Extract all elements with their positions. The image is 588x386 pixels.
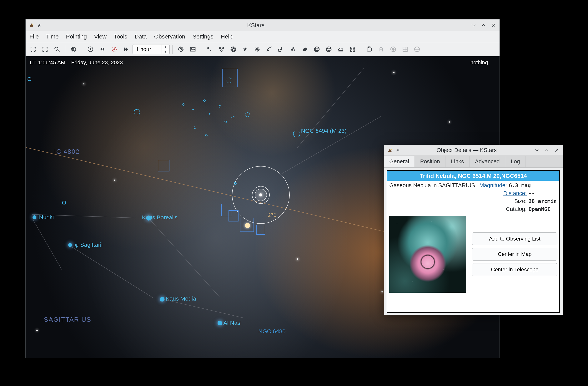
menu-settings[interactable]: Settings xyxy=(192,33,213,40)
center-in-telescope-button[interactable]: Center in Telescope xyxy=(472,263,557,276)
planets-toggle-icon[interactable] xyxy=(228,44,239,55)
equator-toggle-icon[interactable] xyxy=(323,44,334,55)
magnitude-label[interactable]: Magnitude: xyxy=(479,182,507,189)
label-ngc6480: NGC 6480 xyxy=(258,328,286,335)
maximize-icon[interactable] xyxy=(480,22,487,28)
object-type: Gaseous Nebula in SAGITTARIUS xyxy=(389,182,475,189)
minimize-icon[interactable] xyxy=(470,22,477,28)
menu-tools[interactable]: Tools xyxy=(114,33,127,40)
menu-observation[interactable]: Observation xyxy=(154,33,185,40)
toolbar: ▲ ▼ xyxy=(26,42,500,56)
slew-icon[interactable] xyxy=(411,44,422,55)
image-icon[interactable] xyxy=(187,44,198,55)
constellation-art-icon[interactable] xyxy=(299,44,311,55)
label-ic4802: IC 4802 xyxy=(54,148,80,155)
svg-point-7 xyxy=(180,48,182,50)
clock-icon[interactable] xyxy=(85,44,96,55)
cluster-dot xyxy=(205,134,208,136)
maximize-icon[interactable] xyxy=(544,147,550,153)
grid-toggle-icon[interactable] xyxy=(311,44,322,55)
object-details-dialog: Object Details — KStars General Position… xyxy=(384,145,563,315)
tab-position[interactable]: Position xyxy=(415,156,445,167)
supernova-toggle-icon[interactable] xyxy=(252,44,263,55)
close-icon[interactable] xyxy=(490,22,497,28)
dialog-titlebar: Object Details — KStars xyxy=(384,145,563,156)
target-icon[interactable] xyxy=(175,44,186,55)
spin-down-icon[interactable]: ▼ xyxy=(162,49,169,54)
time-step-back-icon[interactable] xyxy=(109,44,120,55)
svg-rect-24 xyxy=(353,47,355,49)
shade-icon[interactable] xyxy=(36,22,43,28)
hud-pointer: nothing xyxy=(470,60,488,66)
menu-help[interactable]: Help xyxy=(221,33,232,40)
forward-icon[interactable] xyxy=(121,44,132,55)
svg-rect-25 xyxy=(351,50,352,52)
cluster-dot xyxy=(209,113,211,115)
dialog-tabbar: General Position Links Advanced Log xyxy=(384,156,563,168)
center-in-map-button[interactable]: Center in Map xyxy=(472,248,557,260)
dome-icon[interactable] xyxy=(388,44,399,55)
menu-view[interactable]: View xyxy=(94,33,106,40)
time-step-field[interactable] xyxy=(133,46,162,52)
zoom-in-icon[interactable] xyxy=(27,44,39,55)
menu-file[interactable]: File xyxy=(29,33,39,40)
svg-rect-23 xyxy=(351,47,352,49)
menu-data[interactable]: Data xyxy=(135,33,147,40)
zoom-out-icon[interactable] xyxy=(40,44,51,55)
constellation-lines-icon[interactable] xyxy=(287,44,298,55)
indi-icon[interactable] xyxy=(376,44,387,55)
find-icon[interactable] xyxy=(51,44,63,55)
close-icon[interactable] xyxy=(554,147,560,153)
svg-point-30 xyxy=(392,48,394,50)
svg-point-15 xyxy=(232,48,234,50)
star-phi-sgr xyxy=(68,243,72,247)
menubar: File Time Pointing View Tools Data Obser… xyxy=(26,31,500,42)
spin-up-icon[interactable]: ▲ xyxy=(162,44,169,49)
svg-point-20 xyxy=(314,47,319,52)
constellation-line xyxy=(33,220,62,270)
tab-general[interactable]: General xyxy=(384,156,415,167)
tab-advanced[interactable]: Advanced xyxy=(469,156,505,167)
object-title: Trifid Nebula, NGC 6514,M 20,NGC6514 xyxy=(387,171,559,181)
window-controls xyxy=(470,22,497,28)
globe-icon[interactable] xyxy=(68,44,79,55)
distance-label[interactable]: Distance: xyxy=(389,190,527,196)
hud-date: Friday, June 23, 2023 xyxy=(71,60,123,66)
menu-time[interactable]: Time xyxy=(46,33,59,40)
cluster-dot xyxy=(203,100,206,102)
svg-point-13 xyxy=(222,47,224,49)
deepsky-toggle-icon[interactable] xyxy=(216,44,227,55)
svg-point-10 xyxy=(207,47,209,49)
star-icon[interactable] xyxy=(240,44,251,55)
dso-box xyxy=(158,160,169,172)
rewind-icon[interactable] xyxy=(97,44,108,55)
dso-circle xyxy=(245,112,250,117)
minimize-icon[interactable] xyxy=(534,147,540,153)
label-toggle-icon[interactable] xyxy=(275,44,287,55)
satellite-toggle-icon[interactable] xyxy=(264,44,275,55)
size-value: 28 arcmin xyxy=(528,198,557,204)
svg-point-14 xyxy=(221,50,222,52)
time-step-input[interactable]: ▲ ▼ xyxy=(132,44,170,54)
tab-links[interactable]: Links xyxy=(445,156,469,167)
svg-point-6 xyxy=(179,47,183,52)
svg-point-21 xyxy=(326,47,331,52)
label-kaus-media: Kaus Media xyxy=(166,295,196,302)
magnitude-value: 6.3 mag xyxy=(509,182,531,188)
shade-icon[interactable] xyxy=(395,147,401,153)
label-sagittarius: SAGITTARIUS xyxy=(44,316,91,323)
dialog-title: Object Details — KStars xyxy=(401,147,532,153)
label-ngc6494: NGC 6494 (M 23) xyxy=(301,128,347,134)
hips-toggle-icon[interactable] xyxy=(347,44,358,55)
star-dot xyxy=(36,330,38,331)
separator xyxy=(65,45,65,54)
size-label: Size: xyxy=(389,198,527,204)
star-dot xyxy=(393,72,395,73)
horizon-toggle-icon[interactable] xyxy=(335,44,346,55)
menu-pointing[interactable]: Pointing xyxy=(66,33,87,40)
mount-icon[interactable] xyxy=(399,44,411,55)
tab-log[interactable]: Log xyxy=(505,156,525,167)
ekos-icon[interactable] xyxy=(364,44,375,55)
stars-toggle-icon[interactable] xyxy=(204,44,215,55)
add-to-observing-list-button[interactable]: Add to Observing List xyxy=(472,233,557,245)
